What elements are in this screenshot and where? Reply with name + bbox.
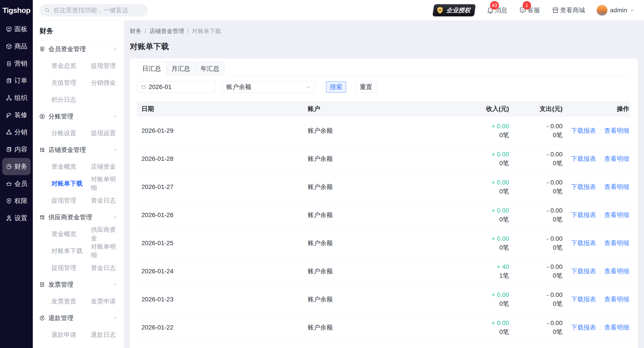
download-report-link[interactable]: 下载报表 xyxy=(571,154,596,163)
tab-monthly-summary[interactable]: 月汇总 xyxy=(166,62,196,76)
sidebar-item-products[interactable]: 商品 xyxy=(2,38,30,55)
search-input[interactable] xyxy=(53,7,143,14)
submenu-item[interactable]: 资金概览 xyxy=(51,158,91,175)
user-menu[interactable]: admin xyxy=(597,5,635,16)
group-header[interactable]: 店铺资金管理 xyxy=(39,142,118,158)
download-report-link[interactable]: 下载报表 xyxy=(571,295,596,304)
group-header[interactable]: 退款管理 xyxy=(39,310,118,326)
cell-expense: - 0.00 xyxy=(509,234,562,243)
sidebar-item-dashboard[interactable]: 面板 xyxy=(2,20,30,38)
sidebar-item-permissions[interactable]: 权限 xyxy=(2,192,30,210)
group-label: 店铺资金管理 xyxy=(48,146,86,154)
sidebar-item-label: 会员 xyxy=(14,179,28,188)
view-detail-link[interactable]: 查看明细 xyxy=(604,154,629,163)
submenu-item[interactable]: 提现设置 xyxy=(91,125,118,142)
search-button[interactable]: 搜索 xyxy=(326,81,346,93)
support-button[interactable]: 1 客服 xyxy=(519,6,540,14)
cell-income: + 0.00 xyxy=(413,206,509,215)
submenu-item[interactable]: 退款日志 xyxy=(91,326,118,343)
group-label: 供应商资金管理 xyxy=(48,213,92,222)
order-icon xyxy=(6,78,12,84)
enterprise-license-badge[interactable]: 企业授权 xyxy=(432,4,476,16)
tab-yearly-summary[interactable]: 年汇总 xyxy=(196,62,225,76)
chevron-up-icon[interactable] xyxy=(113,282,118,287)
account-select[interactable]: 账户余额 xyxy=(222,81,315,93)
submenu-item[interactable]: 资金总览 xyxy=(51,57,91,74)
group-header[interactable]: 分账管理 xyxy=(39,108,118,125)
submenu-item[interactable]: 提现管理 xyxy=(51,192,91,209)
group-header[interactable]: 会员资金管理 xyxy=(39,41,118,57)
download-report-link[interactable]: 下载报表 xyxy=(571,267,596,276)
sidebar-item-members[interactable]: 会员 xyxy=(2,175,30,192)
download-report-link[interactable]: 下载报表 xyxy=(571,126,596,135)
download-report-link[interactable]: 下载报表 xyxy=(571,323,596,332)
submenu-item[interactable]: 分账设置 xyxy=(51,125,91,142)
chevron-up-icon[interactable] xyxy=(113,147,118,152)
submenu-item[interactable]: 提现管理 xyxy=(91,57,118,74)
sidebar-item-finance[interactable]: 财务 xyxy=(2,158,30,175)
cell-income-count: 0笔 xyxy=(413,299,509,308)
sidebar-item-organization[interactable]: 组织 xyxy=(2,89,30,106)
view-detail-link[interactable]: 查看明细 xyxy=(604,211,629,219)
sidebar-item-content[interactable]: 内容 xyxy=(2,141,30,158)
cell-expense: - 0.00 xyxy=(509,206,562,215)
month-input[interactable] xyxy=(148,84,212,90)
view-shop-button[interactable]: 查看商城 xyxy=(552,6,585,14)
submenu-item[interactable]: 资金日志 xyxy=(91,260,118,276)
view-detail-link[interactable]: 查看明细 xyxy=(604,126,629,135)
view-detail-link[interactable]: 查看明细 xyxy=(604,323,629,332)
chevron-up-icon[interactable] xyxy=(113,316,118,321)
view-detail-link[interactable]: 查看明细 xyxy=(604,295,629,304)
submenu-item[interactable]: 发票申请 xyxy=(91,293,118,310)
view-detail-link[interactable]: 查看明细 xyxy=(604,183,629,191)
sidebar-item-orders[interactable]: 订单 xyxy=(2,72,30,89)
sidebar-item-label: 商品 xyxy=(14,42,28,51)
chevron-up-icon[interactable] xyxy=(113,214,118,220)
sidebar-item-distribution[interactable]: 分销 xyxy=(2,124,30,141)
group-header[interactable]: 供应商资金管理 xyxy=(39,209,118,226)
month-picker[interactable] xyxy=(137,81,215,93)
submenu-item[interactable]: 发票资质 xyxy=(51,293,91,310)
submenu-item[interactable]: 对账单明细 xyxy=(91,175,118,192)
submenu-item[interactable]: 供应商资金 xyxy=(91,226,118,242)
submenu-item[interactable]: 退款申请 xyxy=(51,326,91,343)
view-detail-link[interactable]: 查看明细 xyxy=(604,239,629,248)
download-report-link[interactable]: 下载报表 xyxy=(571,211,596,219)
submenu-item[interactable]: 对账单明细 xyxy=(91,242,118,260)
messages-button[interactable]: 43 消息 xyxy=(486,6,508,14)
divider xyxy=(600,240,600,246)
chevron-up-icon[interactable] xyxy=(113,46,118,52)
breadcrumb-item[interactable]: 店铺资金管理 xyxy=(149,27,184,35)
submenu-item[interactable]: 对账单下载 xyxy=(51,242,91,260)
submenu-item[interactable]: 资金概览 xyxy=(51,226,91,242)
tab-daily-summary[interactable]: 日汇总 xyxy=(137,62,166,76)
shield-yen-icon xyxy=(39,46,45,52)
chevron-up-icon[interactable] xyxy=(113,114,118,119)
sidebar-item-marketing[interactable]: 营销 xyxy=(2,55,30,72)
submenu-item[interactable]: 店铺资金 xyxy=(91,158,118,175)
cell-expense: - 0.00 xyxy=(509,290,562,299)
view-detail-link[interactable]: 查看明细 xyxy=(604,267,629,276)
global-search[interactable] xyxy=(40,4,148,16)
download-report-link[interactable]: 下载报表 xyxy=(571,239,596,248)
submenu-item[interactable]: 资金日志 xyxy=(91,192,118,209)
breadcrumb-item[interactable]: 财务 xyxy=(130,27,142,35)
submenu-item-active[interactable]: 对账单下载 xyxy=(51,175,91,192)
download-report-link[interactable]: 下载报表 xyxy=(571,183,596,191)
cell-income: + 0.00 xyxy=(413,318,509,328)
reset-button[interactable]: 重置 xyxy=(356,81,376,93)
sidebar-item-settings[interactable]: 设置 xyxy=(2,210,30,227)
group-header[interactable]: 发票管理 xyxy=(39,276,118,293)
submenu-item[interactable]: 分销佣金 xyxy=(91,74,118,91)
submenu-item[interactable]: 提现管理 xyxy=(51,260,91,276)
cell-income: + 0.00 xyxy=(413,234,509,243)
cell-date: 2026-01-26 xyxy=(137,212,301,218)
submenu-item[interactable]: 充值管理 xyxy=(51,74,91,91)
product-cube-icon xyxy=(6,43,12,50)
group-header[interactable]: 交易管理 xyxy=(39,343,118,348)
submenu-item[interactable]: 积分日志 xyxy=(51,91,91,108)
cell-expense: - 0.00 xyxy=(509,122,562,131)
header-expense: 支出(元) xyxy=(509,104,562,113)
sidebar-item-label: 设置 xyxy=(14,214,28,223)
sidebar-item-decoration[interactable]: 装修 xyxy=(2,106,30,124)
